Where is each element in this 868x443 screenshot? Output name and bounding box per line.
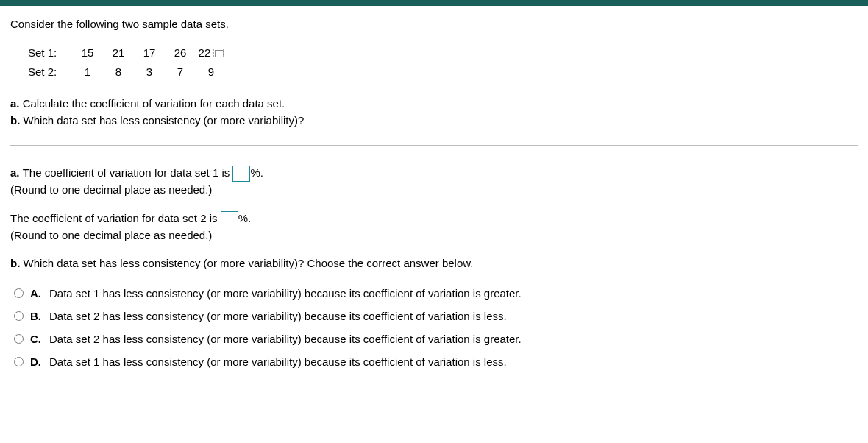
option-A[interactable]: A. Data set 1 has less consistency (or m… (10, 287, 858, 300)
set1-val-3: 26 (165, 43, 196, 63)
option-C-text: Data set 2 has less consistency (or more… (49, 333, 858, 345)
set2-label: Set 2: (28, 63, 72, 82)
option-D-text: Data set 1 has less consistency (or more… (49, 355, 858, 368)
question-a-text: Calculate the coefficient of variation f… (23, 97, 285, 110)
question-b-text: Which data set has less consistency (or … (24, 114, 305, 127)
cv-set1-input[interactable] (232, 166, 250, 182)
question-b: b. Which data set has less consistency (… (10, 113, 858, 130)
answer-set2-suffix: %. (238, 212, 252, 224)
set1-val-1: 21 (103, 43, 134, 63)
set1-val-2: 17 (134, 43, 165, 63)
set2-val-3: 7 (165, 63, 196, 82)
set1-label: Set 1: (28, 43, 72, 63)
question-container: Consider the following two sample data s… (0, 6, 868, 393)
intro-text: Consider the following two sample data s… (10, 18, 858, 30)
data-row-set2: Set 2: 1 8 3 7 9 (28, 63, 858, 82)
option-C-radio[interactable] (14, 334, 24, 344)
answer-a-prefix: a. (10, 166, 23, 179)
set1-val-4: 22 (196, 43, 227, 63)
question-b-prefix: b. (10, 114, 24, 127)
copy-data-icon[interactable] (215, 50, 224, 57)
answer-b-prefix: b. (10, 257, 24, 269)
option-B[interactable]: B. Data set 2 has less consistency (or m… (10, 310, 858, 322)
set2-val-0: 1 (72, 63, 103, 82)
answer-b-prompt: b. Which data set has less consistency (… (10, 255, 858, 272)
set2-val-1: 8 (103, 63, 134, 82)
set1-val-0: 15 (72, 43, 103, 63)
data-sets-table: Set 1: 15 21 17 26 22 Set 2: 1 8 3 7 9 (28, 43, 858, 81)
answer-a-lead: The coefficient of variation for data se… (23, 166, 233, 179)
option-D-radio[interactable] (14, 357, 24, 366)
set1-val-4-text: 22 (199, 46, 211, 59)
answer-set2-hint: (Round to one decimal place as needed.) (10, 229, 212, 241)
option-B-radio[interactable] (14, 311, 24, 321)
answer-a-set1: a. The coefficient of variation for data… (10, 165, 858, 199)
answer-a-set2: The coefficient of variation for data se… (10, 210, 858, 244)
answer-b-lead: Which data set has less consistency (or … (24, 257, 474, 269)
option-D-label: D. (30, 355, 45, 368)
option-A-text: Data set 1 has less consistency (or more… (49, 287, 858, 300)
top-accent-bar (0, 0, 868, 6)
answer-set2-lead: The coefficient of variation for data se… (10, 212, 221, 224)
sub-questions: a. Calculate the coefficient of variatio… (10, 96, 858, 129)
option-B-label: B. (30, 310, 45, 322)
multiple-choice-options: A. Data set 1 has less consistency (or m… (10, 287, 858, 368)
set2-val-4: 9 (196, 63, 227, 82)
set2-val-2: 3 (134, 63, 165, 82)
answer-a-suffix: %. (250, 166, 263, 179)
cv-set2-input[interactable] (221, 211, 238, 227)
answer-a-hint: (Round to one decimal place as needed.) (10, 183, 212, 196)
option-B-text: Data set 2 has less consistency (or more… (49, 310, 858, 322)
option-A-radio[interactable] (14, 288, 24, 298)
divider (10, 145, 858, 146)
option-C[interactable]: C. Data set 2 has less consistency (or m… (10, 333, 858, 345)
option-C-label: C. (30, 333, 45, 345)
question-a-prefix: a. (10, 97, 23, 110)
option-A-label: A. (30, 287, 45, 300)
question-a: a. Calculate the coefficient of variatio… (10, 96, 858, 113)
option-D[interactable]: D. Data set 1 has less consistency (or m… (10, 355, 858, 368)
data-row-set1: Set 1: 15 21 17 26 22 (28, 43, 858, 63)
